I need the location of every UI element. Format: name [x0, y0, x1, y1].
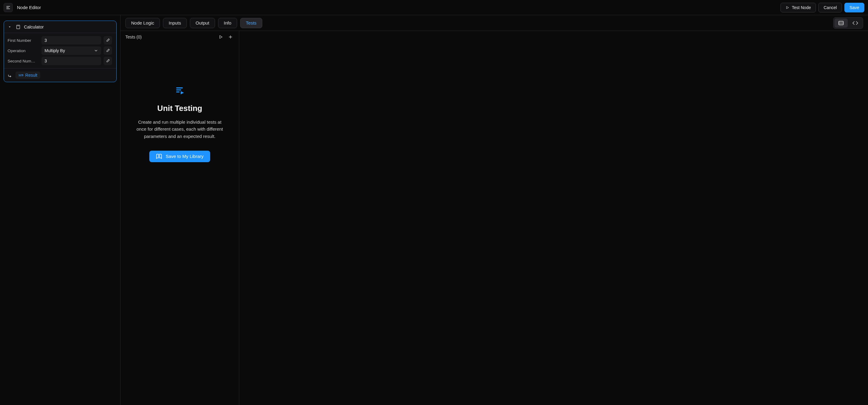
- param-label: Operation: [7, 49, 39, 53]
- save-to-library-label: Save to My Library: [166, 154, 204, 159]
- chevron-down-icon: [94, 49, 98, 53]
- param-label: First Number: [7, 38, 39, 43]
- operation-select[interactable]: Multiply By: [41, 47, 101, 55]
- pencil-icon: [106, 38, 110, 42]
- pencil-icon: [106, 49, 110, 53]
- test-detail-panel: [239, 31, 868, 405]
- tabs-bar: Node Logic Inputs Output Info Tests: [121, 15, 868, 31]
- param-first-number: First Number 3: [7, 36, 113, 45]
- node-footer: 123 Result: [4, 68, 116, 82]
- param-label: Second Num…: [7, 59, 39, 63]
- code-icon: [852, 20, 858, 26]
- page-title: Node Editor: [17, 5, 41, 10]
- tab-output[interactable]: Output: [190, 18, 215, 28]
- play-icon: [219, 35, 223, 39]
- first-number-input[interactable]: 3: [41, 36, 101, 45]
- save-button[interactable]: Save: [844, 3, 864, 12]
- test-node-button[interactable]: Test Node: [780, 3, 816, 12]
- view-toggle: [833, 17, 863, 29]
- number-type-icon: 123: [19, 74, 24, 77]
- node-header: Calculator: [4, 21, 116, 33]
- second-number-value: 3: [44, 58, 47, 63]
- tab-tests[interactable]: Tests: [240, 18, 262, 28]
- menu-icon: [6, 5, 10, 10]
- pencil-icon: [106, 59, 110, 63]
- test-node-label: Test Node: [792, 5, 811, 10]
- tab-info[interactable]: Info: [218, 18, 237, 28]
- param-operation: Operation Multiply By: [7, 47, 113, 55]
- tab-node-logic[interactable]: Node Logic: [125, 18, 160, 28]
- svg-marker-14: [220, 35, 222, 38]
- save-to-library-button[interactable]: Save to My Library: [149, 151, 210, 162]
- calculator-icon: [16, 24, 21, 30]
- editor-panel: Node Logic Inputs Output Info Tests: [121, 15, 868, 405]
- unit-testing-icon: [175, 86, 185, 95]
- play-icon: [786, 6, 789, 9]
- second-number-input[interactable]: 3: [41, 57, 101, 65]
- canvas-panel[interactable]: Calculator First Number 3 Operation: [0, 15, 121, 405]
- result-label: Result: [26, 73, 37, 78]
- cancel-button[interactable]: Cancel: [818, 3, 842, 12]
- edit-first-number-button[interactable]: [103, 36, 112, 45]
- menu-button[interactable]: [4, 3, 13, 12]
- node-title: Calculator: [24, 25, 43, 29]
- caret-down-icon: [8, 25, 11, 29]
- panel-view-button[interactable]: [834, 19, 848, 28]
- node-body: First Number 3 Operation Multiply By: [4, 33, 116, 68]
- run-tests-button[interactable]: [217, 33, 224, 40]
- save-label: Save: [849, 5, 859, 10]
- tab-inputs[interactable]: Inputs: [163, 18, 187, 28]
- edit-second-number-button[interactable]: [103, 57, 112, 65]
- calculator-node[interactable]: Calculator First Number 3 Operation: [4, 21, 117, 82]
- edit-operation-button[interactable]: [103, 47, 112, 55]
- panel-icon: [838, 20, 844, 26]
- return-icon: [7, 73, 12, 78]
- tests-list-header: Tests (0): [121, 31, 239, 43]
- add-test-button[interactable]: [227, 33, 234, 40]
- param-second-number: Second Num… 3: [7, 57, 113, 65]
- cancel-label: Cancel: [824, 5, 837, 10]
- plus-icon: [228, 34, 233, 39]
- result-output-pill[interactable]: 123 Result: [16, 71, 40, 79]
- empty-state: Unit Testing Create and run multiple ind…: [121, 43, 239, 405]
- svg-marker-20: [181, 91, 184, 94]
- first-number-value: 3: [44, 38, 47, 43]
- svg-marker-3: [786, 6, 789, 9]
- svg-rect-4: [17, 25, 20, 29]
- operation-value: Multiply By: [44, 48, 65, 53]
- empty-title: Unit Testing: [157, 104, 202, 113]
- topbar-actions: Test Node Cancel Save: [780, 3, 864, 12]
- tests-count-label: Tests (0): [125, 34, 142, 39]
- empty-description: Create and run multiple individual tests…: [133, 118, 227, 140]
- code-view-button[interactable]: [848, 19, 862, 28]
- book-icon: [156, 153, 162, 160]
- topbar: Node Editor Test Node Cancel Save: [0, 0, 868, 15]
- tests-list-panel: Tests (0) Unit Testing: [121, 31, 239, 405]
- collapse-toggle[interactable]: [7, 24, 12, 30]
